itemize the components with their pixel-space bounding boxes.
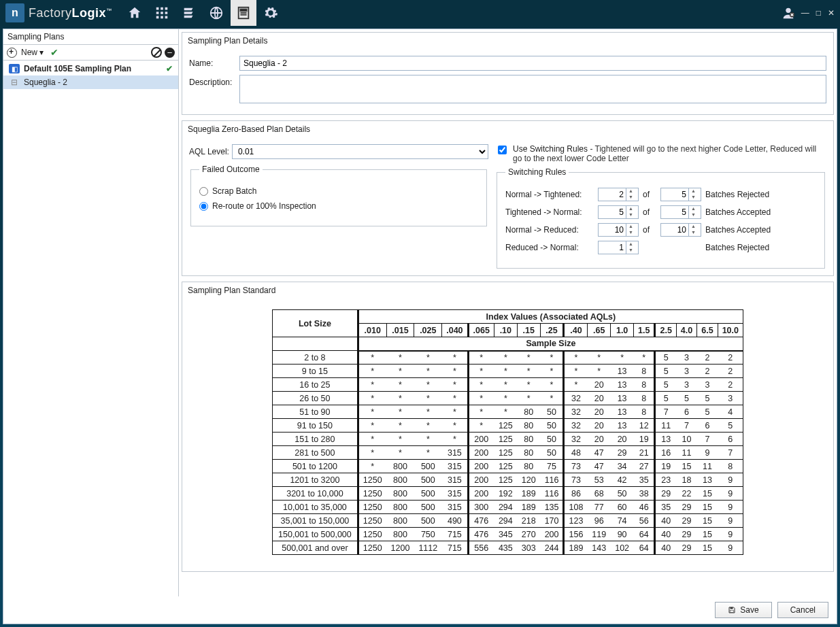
value-cell: 7 xyxy=(676,419,696,433)
value-cell: 9 xyxy=(718,501,743,514)
value-cell: 18 xyxy=(676,473,696,487)
brand: FactoryLogix™ xyxy=(29,6,112,20)
value-cell: * xyxy=(564,365,588,378)
value-cell: 8 xyxy=(718,460,743,473)
grid-icon[interactable] xyxy=(149,0,175,26)
rule-tail: Batches Accepted xyxy=(705,225,816,235)
value-cell: 4 xyxy=(718,405,743,419)
value-cell: 1250 xyxy=(358,473,386,487)
aql-col-header: 4.0 xyxy=(676,324,696,337)
spinner[interactable]: ▲▼ xyxy=(598,188,639,201)
value-cell: 750 xyxy=(414,528,442,541)
spinner[interactable]: ▲▼ xyxy=(598,223,639,237)
value-cell: 15 xyxy=(697,501,718,514)
value-cell: * xyxy=(442,405,468,419)
spinner[interactable]: ▲▼ xyxy=(660,205,701,219)
value-cell: 315 xyxy=(442,460,468,473)
value-cell: * xyxy=(386,419,414,433)
spinner[interactable]: ▲▼ xyxy=(660,188,701,201)
value-cell: * xyxy=(468,378,494,392)
value-cell: 1250 xyxy=(358,501,386,514)
value-cell: 80 xyxy=(517,460,540,473)
lot-cell: 281 to 500 xyxy=(273,446,358,460)
use-switching-checkbox[interactable] xyxy=(498,146,507,154)
home-icon[interactable] xyxy=(122,0,148,26)
plan-item[interactable]: ⊟ Squeglia - 2 xyxy=(3,75,178,89)
value-cell: * xyxy=(540,378,564,392)
stack-icon[interactable] xyxy=(176,0,202,26)
plan-item[interactable]: ◧ Default 105E Sampling Plan ✔ xyxy=(3,62,178,75)
globe-icon[interactable] xyxy=(203,0,229,26)
aql-col-header: .015 xyxy=(386,324,414,337)
value-cell: 3 xyxy=(676,351,696,365)
value-cell: 556 xyxy=(468,541,494,555)
app-logo: n xyxy=(5,3,24,22)
value-cell: * xyxy=(414,433,442,446)
value-cell: 200 xyxy=(468,473,494,487)
value-cell: 8 xyxy=(634,365,655,378)
gear-icon[interactable] xyxy=(258,0,284,26)
aql-select[interactable]: 0.01 xyxy=(232,144,488,159)
spinner[interactable]: ▲▼ xyxy=(598,241,639,254)
plus-icon[interactable] xyxy=(7,48,17,58)
value-cell: 13 xyxy=(611,405,634,419)
value-cell: 73 xyxy=(564,473,588,487)
cancel-button[interactable]: Cancel xyxy=(777,602,828,618)
aql-col-header: .065 xyxy=(468,324,494,337)
value-cell: 75 xyxy=(540,460,564,473)
value-cell: 294 xyxy=(494,514,517,528)
spinner[interactable]: ▲▼ xyxy=(660,223,701,237)
value-cell: 200 xyxy=(468,487,494,501)
value-cell: 68 xyxy=(588,487,611,501)
value-cell: 500 xyxy=(414,487,442,501)
maximize-button[interactable]: □ xyxy=(816,8,821,18)
spinner[interactable]: ▲▼ xyxy=(598,205,639,219)
switching-rules-title: Switching Rules xyxy=(505,167,569,177)
switching-rules-group: Switching Rules Normal -> Tightened: ▲▼ … xyxy=(497,167,825,269)
value-cell: 7 xyxy=(697,433,718,446)
value-cell: 490 xyxy=(442,514,468,528)
aql-col-header: .40 xyxy=(564,324,588,337)
aql-col-header: 1.0 xyxy=(611,324,634,337)
of-label: of xyxy=(643,207,656,217)
value-cell: * xyxy=(540,365,564,378)
value-cell: 12 xyxy=(634,419,655,433)
value-cell: 5 xyxy=(655,392,676,405)
user-icon[interactable] xyxy=(775,0,801,26)
reroute-label: Re-route or 100% Inspection xyxy=(212,201,316,211)
page-icon[interactable] xyxy=(231,0,256,26)
aql-col-header: .025 xyxy=(414,324,442,337)
value-cell: * xyxy=(540,392,564,405)
value-cell: * xyxy=(414,351,442,365)
value-cell: * xyxy=(358,433,386,446)
reroute-radio[interactable] xyxy=(199,202,208,211)
value-cell: 21 xyxy=(634,446,655,460)
value-cell: * xyxy=(494,392,517,405)
close-button[interactable]: ✕ xyxy=(828,8,835,18)
scrap-radio[interactable] xyxy=(199,187,208,196)
check-icon[interactable]: ✔ xyxy=(50,47,58,58)
ban-icon[interactable] xyxy=(151,47,162,58)
value-cell: 35 xyxy=(655,501,676,514)
new-button[interactable]: New ▾ xyxy=(21,48,44,57)
value-cell: 32 xyxy=(564,419,588,433)
value-cell: 5 xyxy=(697,392,718,405)
value-cell: 60 xyxy=(611,501,634,514)
remove-icon[interactable]: − xyxy=(165,48,175,58)
value-cell: 1250 xyxy=(358,514,386,528)
value-cell: 80 xyxy=(517,419,540,433)
value-cell: 50 xyxy=(540,433,564,446)
value-cell: * xyxy=(414,405,442,419)
minimize-button[interactable]: — xyxy=(801,8,809,18)
value-cell: 116 xyxy=(540,473,564,487)
value-cell: 189 xyxy=(517,501,540,514)
desc-input[interactable] xyxy=(239,75,826,103)
lot-cell: 2 to 8 xyxy=(273,351,358,365)
save-button[interactable]: Save xyxy=(715,602,771,618)
name-input[interactable] xyxy=(239,56,826,71)
plan-item-icon: ◧ xyxy=(9,64,20,73)
value-cell: 435 xyxy=(494,541,517,555)
value-cell: 29 xyxy=(611,446,634,460)
value-cell: 192 xyxy=(494,487,517,501)
failed-outcome-title: Failed Outcome xyxy=(199,165,263,174)
